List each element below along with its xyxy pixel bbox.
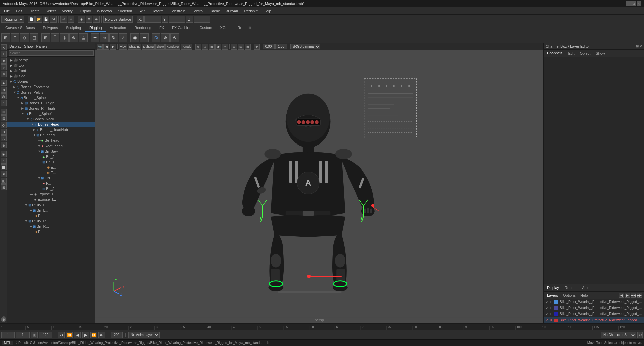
outliner-display[interactable]: Display [9,44,21,48]
play-back-btn[interactable]: ◀ [74,332,81,338]
character-set-select[interactable]: No Character Set [601,332,636,338]
layer-row-2[interactable]: V P Bike_Rider_Wearing_Protective_Riderw… [544,305,644,311]
vp-smooth-btn[interactable]: ⊞ [209,44,215,50]
new-scene-button[interactable]: 📄 [28,16,35,23]
vp-texture-btn[interactable]: ◉ [215,44,221,50]
tree-bones-r-thigh[interactable]: ▶ ⊞ Bones_R_Thigh [7,106,95,111]
tree-ptdrv-l[interactable]: ▼ ⊞ PtDrv_L... [7,202,95,208]
outliner-panels[interactable]: Panels [36,44,48,48]
tree-expose-i[interactable]: — ◈ Expose_I... [7,197,95,202]
tree-e2[interactable]: ⊛ E... [7,170,95,175]
next-frame-btn[interactable]: ⏩ [90,332,97,338]
menu-modify[interactable]: Modify [59,8,75,14]
viewport-canvas[interactable]: A [95,50,543,323]
tree-bones-neck[interactable]: ▼ ◁ Bones_Neck [7,116,95,122]
tree-bn-l[interactable]: ▶ ⊞ Bn_L... [7,208,95,213]
menu-help[interactable]: Help [261,8,274,14]
menu-file[interactable]: File [1,8,13,14]
vp-isolate-btn[interactable]: ⊕ [254,44,260,50]
preferences-btn[interactable]: ⚙ [637,332,643,338]
lt-btn-12[interactable]: ◇ [1,122,7,128]
anim-tab[interactable]: Anim [581,285,592,290]
channels-tab[interactable]: Channels [546,50,564,56]
lt-btn-20[interactable]: ◫ [1,178,7,184]
vp-shading-menu[interactable]: Shading [128,44,141,50]
tree-bn-j2[interactable]: ⊞ Bn_J... [7,186,95,191]
tree-bones-pelvis[interactable]: ▼ ⬡ Bones_Pelvis [7,90,95,95]
minimize-button[interactable]: ─ [626,1,631,6]
tree-bones-footsteps[interactable]: ▶ ⬡ Bones_Footsteps [7,84,95,90]
layers-end-btn[interactable]: ▶▶ [637,293,642,298]
tab-sculpting[interactable]: Sculpting [62,24,85,32]
tab-animation[interactable]: Animation [106,24,130,32]
tree-expose-l[interactable]: — ◈ Expose_L... [7,191,95,197]
select-by-component-button[interactable]: ◇ [20,33,29,42]
select-tool-lt[interactable]: ↖ [1,44,7,50]
vp-next-btn[interactable]: ▶ [110,44,116,50]
tree-root-head[interactable]: ▼ ✦ Root_head [7,143,95,149]
tree-bn-r[interactable]: ▶ ⊞ Bn_R... [7,224,95,229]
tree-e3[interactable]: ⊛ E... [7,213,95,218]
center-pivot-button[interactable]: ⊗ [170,33,179,42]
vp-camera-view-btn[interactable]: ⊞ [231,44,237,50]
vp-panels-menu[interactable]: Panels [181,44,192,50]
total-frames-input[interactable] [111,332,123,338]
tree-f[interactable]: ✦ F... [7,181,95,186]
tree-bones[interactable]: ▶ ⬡ Bones [7,79,95,84]
snap-to-grid-button[interactable]: ⊞ [41,33,50,42]
make-live-button[interactable]: ⌬ [152,33,160,42]
menu-3dtoall[interactable]: 3DtoAll [223,8,240,14]
z-input[interactable] [194,16,210,23]
tree-be-head[interactable]: — ◈ Be_head [7,138,95,143]
layers-next-btn[interactable]: ◀◀ [631,293,636,298]
prev-frame-btn[interactable]: ⏪ [66,332,73,338]
lt-btn-10[interactable]: ⊞ [1,109,7,115]
tab-polygons[interactable]: Polygons [39,24,62,32]
menu-control[interactable]: Control [189,8,206,14]
paint-select-button[interactable]: ◫ [30,33,38,42]
tree-bones-spine[interactable]: ▼ ◁ Bones_Spine [7,95,95,100]
lt-btn-13[interactable]: ⊛ [1,129,7,135]
vp-lighting-menu[interactable]: Lighting [142,44,155,50]
open-scene-button[interactable]: 📂 [35,16,42,23]
layer-row-3[interactable]: V P Bike_Rider_Wearing_Protective_Riderw… [544,311,644,317]
layers-prev-btn[interactable]: ▶ [625,293,630,298]
lt-btn-18[interactable]: ☰ [1,164,7,170]
menu-redshift[interactable]: Redshift [241,8,260,14]
camera-persp[interactable]: ▶ 🎥 persp [7,57,95,63]
vp-wireframe-btn[interactable]: □ [202,44,208,50]
vp-value2-input[interactable] [275,44,287,49]
y-input[interactable] [169,16,185,23]
render-tab[interactable]: Render [563,285,578,290]
soft-mod-button[interactable]: ◉ [130,33,139,42]
menu-cache[interactable]: Cache [207,8,223,14]
lt-btn-14[interactable]: ◬ [1,135,7,141]
rotate-tool-button[interactable]: ↻ [109,33,118,42]
script-mode[interactable]: MEL [2,341,13,345]
current-frame-input[interactable] [16,332,30,338]
tree-be-j[interactable]: ◈ Be_J... [7,154,95,159]
select-by-object-button[interactable]: ⊡ [11,33,19,42]
select-by-hierarchy-button[interactable]: ⊞ [1,33,10,42]
mode-selector[interactable]: Rigging [1,16,24,23]
tab-custom[interactable]: Custom [196,24,216,32]
vp-camera-btn[interactable]: 📷 [97,44,103,50]
vp-colorspace-select[interactable]: sRGB gamma [290,44,320,49]
scale-tool-button[interactable]: ⤢ [119,33,127,42]
save-scene-button[interactable]: 💾 [43,16,49,23]
tree-bn-head[interactable]: ▼ ⊞ Bn_head [7,132,95,138]
vp-renderer-menu[interactable]: Renderer [165,44,180,50]
vp-view-menu[interactable]: View [119,44,127,50]
tree-bn-jaw[interactable]: ▼ ⊞ Bn_Jaw [7,149,95,154]
layer-row-4[interactable]: V P Bike_Rider_Wearing_Protective_Riderw… [544,317,644,323]
layers-options-tab[interactable]: Options [561,293,577,298]
tree-bones-spine1[interactable]: ▼ ⬡ Bones_Spine1 [7,111,95,116]
timeline-ruler[interactable]: 1 5 10 15 20 25 30 35 40 45 50 55 60 [0,324,644,330]
lt-btn-7[interactable]: ⊗ [1,86,7,93]
snap-to-curve-button[interactable]: ⌒ [51,33,59,42]
lt-btn-bottom[interactable]: ⊕ [1,316,6,322]
camera-front[interactable]: ▶ 🎥 front [7,68,95,73]
menu-edit[interactable]: Edit [13,8,25,14]
lt-btn-19[interactable]: ⊗ [1,171,7,177]
vp-select-btn[interactable]: ◈ [195,44,201,50]
